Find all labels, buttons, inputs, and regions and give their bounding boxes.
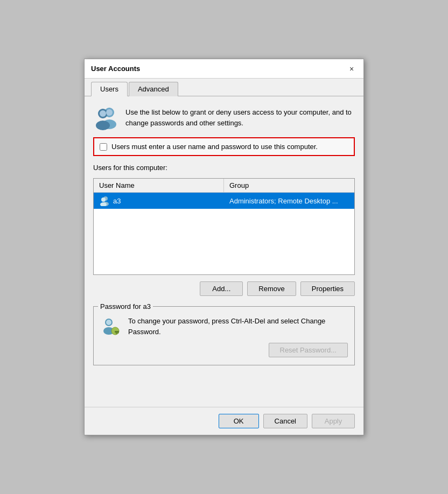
users-table: User Name Group a3 Administrators; Remot…	[93, 178, 355, 275]
svg-rect-15	[117, 332, 118, 334]
title-bar: User Accounts ×	[85, 59, 363, 79]
info-text: Use the list below to grant or deny user…	[125, 107, 355, 128]
user-row-icon	[99, 195, 110, 206]
close-button[interactable]: ×	[346, 63, 357, 74]
require-password-checkbox[interactable]	[100, 143, 107, 151]
add-button[interactable]: Add...	[200, 281, 243, 296]
column-header-username: User Name	[94, 179, 224, 192]
table-cell-username: a3	[94, 193, 224, 209]
svg-point-12	[106, 320, 111, 325]
column-header-group: Group	[224, 179, 354, 192]
table-row[interactable]: a3 Administrators; Remote Desktop ...	[94, 193, 354, 209]
checkbox-section: Users must enter a user name and passwor…	[93, 137, 355, 156]
svg-point-3	[96, 121, 110, 130]
remove-button[interactable]: Remove	[247, 281, 296, 296]
user-accounts-dialog: User Accounts × Users Advanced Use the l…	[84, 59, 364, 435]
tab-content-users: Use the list below to grant or deny user…	[85, 96, 363, 407]
svg-point-4	[100, 110, 106, 117]
table-cell-group: Administrators; Remote Desktop ...	[224, 193, 354, 209]
dialog-footer: OK Cancel Apply	[85, 407, 363, 435]
info-section: Use the list below to grant or deny user…	[93, 105, 355, 131]
password-text: To change your password, press Ctrl-Alt-…	[128, 316, 348, 337]
checkbox-label: Users must enter a user name and passwor…	[111, 143, 318, 151]
password-legend: Password for a3	[98, 302, 153, 310]
tab-advanced[interactable]: Advanced	[129, 82, 178, 96]
password-icon	[100, 316, 122, 337]
properties-button[interactable]: Properties	[300, 281, 355, 296]
username-cell: a3	[113, 197, 121, 205]
users-icon	[93, 105, 119, 131]
ok-button[interactable]: OK	[219, 414, 259, 428]
svg-point-8	[101, 197, 106, 202]
cancel-button[interactable]: Cancel	[263, 414, 307, 428]
svg-point-5	[106, 109, 113, 116]
svg-rect-16	[116, 332, 117, 334]
password-section: Password for a3 To change your passwo	[93, 302, 355, 365]
dialog-title: User Accounts	[91, 65, 140, 73]
reset-password-button[interactable]: Reset Password...	[269, 343, 348, 357]
table-header: User Name Group	[94, 179, 354, 193]
tab-users[interactable]: Users	[91, 82, 128, 96]
users-for-label: Users for this computer:	[93, 164, 355, 172]
password-info: To change your password, press Ctrl-Alt-…	[100, 316, 348, 337]
table-button-row: Add... Remove Properties	[93, 281, 355, 296]
apply-button[interactable]: Apply	[312, 414, 355, 428]
reset-btn-row: Reset Password...	[100, 343, 348, 357]
tabs-container: Users Advanced	[85, 79, 363, 96]
